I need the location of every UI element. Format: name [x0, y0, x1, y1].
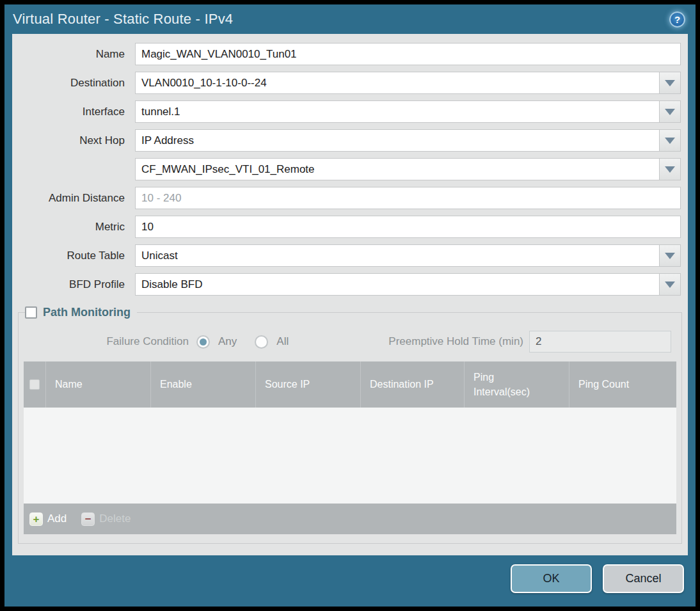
failure-condition-label: Failure Condition [25, 335, 189, 348]
column-header-destination-ip: Destination IP [361, 361, 465, 408]
static-route-form: Name Destination Interface [12, 34, 688, 296]
chevron-down-icon [665, 253, 675, 259]
interface-input[interactable] [135, 100, 660, 123]
path-monitoring-table: Name Enable Source IP Destination IP Pin… [24, 361, 676, 534]
form-row-bfd-profile: BFD Profile [12, 273, 688, 296]
next-hop-type-dropdown-button[interactable] [659, 129, 681, 152]
form-row-interface: Interface [12, 100, 688, 123]
admin-distance-label: Admin Distance [12, 192, 130, 205]
failure-condition-any-option[interactable]: Any [196, 335, 237, 349]
delete-button[interactable]: − Delete [81, 512, 131, 526]
next-hop-address-input[interactable] [135, 158, 660, 180]
destination-input[interactable] [135, 72, 660, 94]
chevron-down-icon [665, 282, 675, 288]
form-row-next-hop: Next Hop [12, 129, 688, 152]
radio-all-label: All [276, 335, 289, 348]
failure-condition-row: Failure Condition Any All Preemptive Hol… [25, 331, 675, 353]
chevron-down-icon [665, 138, 675, 144]
form-row-route-table: Route Table [12, 244, 688, 267]
path-monitoring-checkbox[interactable] [25, 306, 37, 319]
route-table-dropdown-button[interactable] [659, 244, 681, 267]
failure-condition-all-option[interactable]: All [255, 335, 289, 349]
chevron-down-icon [665, 166, 675, 173]
page-title: Virtual Router - Static Route - IPv4 [13, 11, 233, 28]
column-header-name: Name [46, 361, 151, 408]
destination-dropdown-button[interactable] [659, 72, 681, 94]
bfd-profile-input[interactable] [135, 273, 660, 296]
help-icon[interactable]: ? [669, 12, 685, 28]
bfd-profile-dropdown-button[interactable] [659, 273, 681, 296]
dialog-footer: OK Cancel [4, 555, 696, 607]
add-button[interactable]: + Add [29, 512, 67, 526]
next-hop-label: Next Hop [12, 134, 130, 147]
form-row-next-hop-address [12, 158, 688, 180]
name-label: Name [12, 48, 130, 61]
path-monitoring-title: Path Monitoring [43, 306, 131, 319]
column-header-enable: Enable [151, 361, 256, 408]
radio-any-label: Any [218, 335, 237, 348]
form-row-name: Name [12, 43, 688, 65]
column-header-ping-count: Ping Count [569, 361, 676, 408]
column-header-source-ip: Source IP [256, 361, 361, 408]
form-row-admin-distance: Admin Distance [12, 187, 688, 209]
dialog-window: Virtual Router - Static Route - IPv4 ? N… [4, 4, 696, 607]
chevron-down-icon [665, 80, 675, 86]
cancel-button[interactable]: Cancel [603, 564, 684, 593]
metric-input[interactable] [135, 216, 681, 238]
interface-label: Interface [12, 106, 130, 118]
select-all-checkbox[interactable] [29, 379, 40, 390]
chevron-down-icon [665, 109, 675, 115]
plus-icon: + [29, 512, 43, 526]
column-header-ping-interval: Ping Interval(sec) [465, 361, 569, 408]
delete-button-label: Delete [99, 512, 131, 525]
radio-all-icon[interactable] [255, 335, 268, 349]
interface-dropdown-button[interactable] [659, 100, 681, 123]
preemptive-hold-time-input[interactable] [529, 331, 671, 353]
preemptive-hold-time-label: Preemptive Hold Time (min) [388, 335, 523, 348]
table-toolbar: + Add − Delete [24, 504, 676, 534]
ok-button[interactable]: OK [511, 564, 592, 593]
next-hop-type-input[interactable] [135, 129, 660, 152]
path-monitoring-legend: Path Monitoring [25, 306, 137, 319]
table-header-select-all [24, 361, 46, 408]
admin-distance-input[interactable] [135, 187, 681, 209]
next-hop-address-dropdown-button[interactable] [659, 158, 681, 180]
add-button-label: Add [47, 512, 67, 525]
table-header: Name Enable Source IP Destination IP Pin… [24, 361, 676, 408]
route-table-input[interactable] [135, 244, 660, 267]
metric-label: Metric [12, 221, 130, 234]
radio-any-icon[interactable] [196, 335, 210, 349]
form-row-destination: Destination [12, 72, 688, 94]
title-bar: Virtual Router - Static Route - IPv4 ? [4, 4, 696, 34]
table-body-empty [24, 408, 676, 504]
name-input[interactable] [135, 43, 681, 65]
path-monitoring-section: Path Monitoring Failure Condition Any Al… [18, 306, 682, 544]
bfd-profile-label: BFD Profile [12, 278, 130, 291]
route-table-label: Route Table [12, 250, 130, 262]
form-row-metric: Metric [12, 216, 688, 238]
dialog-content: Name Destination Interface [12, 34, 688, 555]
minus-icon: − [81, 512, 95, 526]
destination-label: Destination [12, 77, 130, 90]
